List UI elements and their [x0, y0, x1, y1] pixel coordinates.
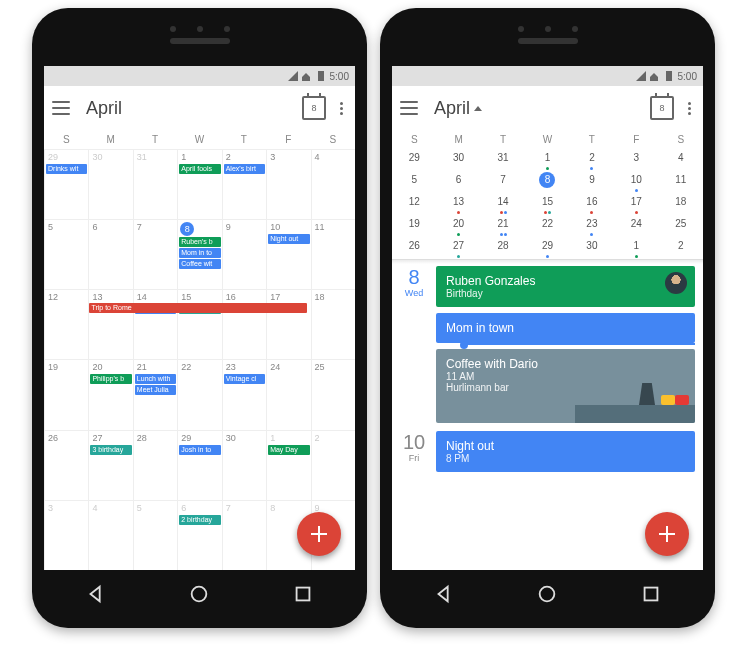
day-cell[interactable]: 31	[133, 149, 177, 219]
nav-home-icon[interactable]	[188, 583, 210, 605]
mini-day-cell[interactable]: 24	[614, 215, 658, 237]
mini-month-grid[interactable]: 2930311234567891011121314151617181920212…	[392, 149, 703, 259]
mini-day-cell[interactable]: 20	[436, 215, 480, 237]
mini-day-cell[interactable]: 10	[614, 171, 658, 193]
event-card[interactable]: Mom in town	[436, 313, 695, 343]
event-chip[interactable]: Meet Julia	[135, 385, 176, 395]
mini-day-cell[interactable]: 9	[570, 171, 614, 193]
day-cell[interactable]: 19	[44, 359, 88, 429]
nav-recent-icon[interactable]	[640, 583, 662, 605]
mini-day-cell[interactable]: 29	[525, 237, 569, 259]
mini-day-cell[interactable]: 26	[392, 237, 436, 259]
day-cell[interactable]: 1April fools	[177, 149, 221, 219]
event-chip[interactable]: 3 birthday	[90, 445, 131, 455]
nav-back-icon[interactable]	[85, 583, 107, 605]
mini-day-cell[interactable]: 25	[659, 215, 703, 237]
day-cell[interactable]: 152 birthday	[177, 289, 221, 359]
mini-day-cell[interactable]: 6	[436, 171, 480, 193]
mini-day-cell[interactable]: 16	[570, 193, 614, 215]
mini-day-cell[interactable]: 4	[659, 149, 703, 171]
mini-day-cell[interactable]: 29	[392, 149, 436, 171]
mini-day-cell[interactable]: 17	[614, 193, 658, 215]
day-cell[interactable]: 2	[311, 430, 355, 500]
mini-day-cell[interactable]: 7	[481, 171, 525, 193]
event-chip[interactable]: Vintage cl	[224, 374, 265, 384]
menu-icon[interactable]	[52, 101, 70, 115]
day-cell[interactable]: 29Josh in to	[177, 430, 221, 500]
mini-day-cell[interactable]: 13	[436, 193, 480, 215]
day-cell[interactable]: 5	[44, 219, 88, 289]
mini-day-cell[interactable]: 31	[481, 149, 525, 171]
nav-recent-icon[interactable]	[292, 583, 314, 605]
month-picker[interactable]: April	[434, 98, 640, 119]
mini-day-cell[interactable]: 18	[659, 193, 703, 215]
mini-day-cell[interactable]: 3	[614, 149, 658, 171]
event-chip[interactable]: Philipp's b	[90, 374, 131, 384]
mini-day-cell[interactable]: 12	[392, 193, 436, 215]
day-cell[interactable]: 23Vintage cl	[222, 359, 266, 429]
day-cell[interactable]: 3	[266, 149, 310, 219]
mini-day-cell[interactable]: 11	[659, 171, 703, 193]
add-event-fab[interactable]	[645, 512, 689, 556]
day-cell[interactable]: 2Alex's birt	[222, 149, 266, 219]
mini-day-cell[interactable]: 1	[614, 237, 658, 259]
today-icon[interactable]: 8	[650, 96, 674, 120]
day-cell[interactable]: 21Lunch withMeet Julia	[133, 359, 177, 429]
event-chip[interactable]: Mom in to	[179, 248, 220, 258]
day-cell[interactable]: 22	[177, 359, 221, 429]
event-chip[interactable]: 2 birthday	[179, 515, 220, 525]
mini-day-cell[interactable]: 22	[525, 215, 569, 237]
day-cell[interactable]: 17	[266, 289, 310, 359]
event-chip[interactable]: Coffee wit	[179, 259, 220, 269]
day-cell[interactable]: 62 birthday	[177, 500, 221, 570]
day-cell[interactable]: 25	[311, 359, 355, 429]
agenda-list[interactable]: 8WedRuben GonzalesBirthdayMom in townCof…	[392, 259, 703, 480]
event-chip[interactable]: Drinks wit	[46, 164, 87, 174]
day-cell[interactable]: 20Philipp's b	[88, 359, 132, 429]
event-chip[interactable]: Night out	[268, 234, 309, 244]
day-cell[interactable]: 10Night out	[266, 219, 310, 289]
mini-day-cell[interactable]: 2	[570, 149, 614, 171]
event-chip[interactable]: Trip to Rome	[89, 303, 306, 313]
event-card[interactable]: Ruben GonzalesBirthday	[436, 266, 695, 307]
day-cell[interactable]: 11	[311, 219, 355, 289]
day-cell[interactable]: 13Trip to Rome	[88, 289, 132, 359]
event-chip[interactable]: Alex's birt	[224, 164, 265, 174]
day-cell[interactable]: 14Kara's vet	[133, 289, 177, 359]
day-cell[interactable]: 6	[88, 219, 132, 289]
day-cell[interactable]: 273 birthday	[88, 430, 132, 500]
mini-day-cell[interactable]: 14	[481, 193, 525, 215]
day-cell[interactable]: 5	[133, 500, 177, 570]
nav-back-icon[interactable]	[433, 583, 455, 605]
day-cell[interactable]: 4	[311, 149, 355, 219]
mini-day-cell[interactable]: 30	[436, 149, 480, 171]
mini-day-cell[interactable]: 28	[481, 237, 525, 259]
mini-day-cell[interactable]: 23	[570, 215, 614, 237]
overflow-icon[interactable]	[336, 98, 347, 119]
event-card[interactable]: Coffee with Dario11 AM Hurlimann bar	[436, 349, 695, 423]
day-cell[interactable]: 7	[222, 500, 266, 570]
day-cell[interactable]: 7	[133, 219, 177, 289]
mini-day-cell[interactable]: 21	[481, 215, 525, 237]
event-chip[interactable]: April fools	[179, 164, 220, 174]
day-cell[interactable]: 30	[88, 149, 132, 219]
day-cell[interactable]: 8Ruben's bMom in toCoffee wit	[177, 219, 221, 289]
day-cell[interactable]: 26	[44, 430, 88, 500]
event-chip[interactable]: May Day	[268, 445, 309, 455]
add-event-fab[interactable]	[297, 512, 341, 556]
event-card[interactable]: Night out8 PM	[436, 431, 695, 472]
menu-icon[interactable]	[400, 101, 418, 115]
mini-day-cell[interactable]: 8	[525, 171, 569, 193]
month-grid[interactable]: 29Drinks wit30311April fools2Alex's birt…	[44, 149, 355, 570]
mini-day-cell[interactable]: 27	[436, 237, 480, 259]
mini-day-cell[interactable]: 30	[570, 237, 614, 259]
mini-day-cell[interactable]: 5	[392, 171, 436, 193]
day-cell[interactable]: 18	[311, 289, 355, 359]
mini-day-cell[interactable]: 2	[659, 237, 703, 259]
day-cell[interactable]: 28	[133, 430, 177, 500]
day-cell[interactable]: 29Drinks wit	[44, 149, 88, 219]
day-cell[interactable]: 9	[222, 219, 266, 289]
event-chip[interactable]: Ruben's b	[179, 237, 220, 247]
event-chip[interactable]: Lunch with	[135, 374, 176, 384]
day-cell[interactable]: 1May Day	[266, 430, 310, 500]
